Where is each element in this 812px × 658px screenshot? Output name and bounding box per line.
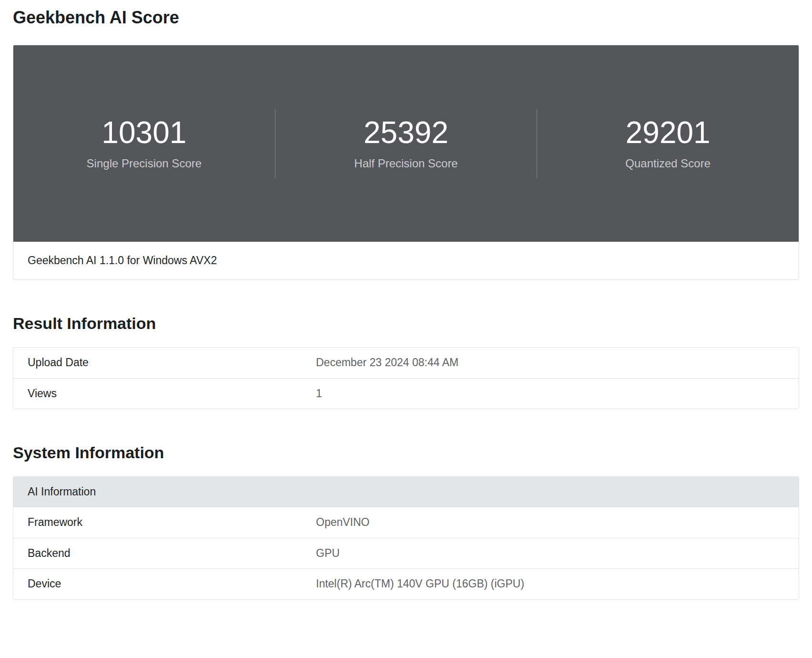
row-value-device: Intel(R) Arc(TM) 140V GPU (16GB) (iGPU) — [316, 577, 799, 591]
score-panel: 10301 Single Precision Score 25392 Half … — [13, 45, 799, 242]
table-row-upload-date: Upload Date December 23 2024 08:44 AM — [13, 348, 799, 378]
row-value-backend: GPU — [316, 547, 799, 560]
table-row-backend: Backend GPU — [13, 538, 799, 569]
table-row-framework: Framework OpenVINO — [13, 507, 799, 538]
table-row-device: Device Intel(R) Arc(TM) 140V GPU (16GB) … — [13, 568, 799, 599]
single-precision-score-label: Single Precision Score — [13, 157, 275, 170]
row-label-device: Device — [13, 577, 316, 591]
row-value-framework: OpenVINO — [316, 516, 799, 529]
half-precision-score-value: 25392 — [275, 117, 537, 149]
result-information-table: Upload Date December 23 2024 08:44 AM Vi… — [13, 347, 799, 409]
benchmark-version-label: Geekbench AI 1.1.0 for Windows AVX2 — [13, 242, 799, 279]
geekbench-result-page: Geekbench AI Score 10301 Single Precisio… — [0, 0, 812, 600]
row-value-views: 1 — [316, 387, 799, 401]
score-quantized: 29201 Quantized Score — [537, 117, 799, 170]
row-label-backend: Backend — [13, 547, 316, 560]
system-information-heading: System Information — [13, 443, 799, 462]
half-precision-score-label: Half Precision Score — [275, 157, 537, 170]
score-half-precision: 25392 Half Precision Score — [275, 117, 537, 170]
quantized-score-label: Quantized Score — [537, 157, 799, 170]
ai-score-card: 10301 Single Precision Score 25392 Half … — [13, 45, 799, 280]
result-information-heading: Result Information — [13, 314, 799, 333]
page-title: Geekbench AI Score — [13, 8, 799, 28]
score-single-precision: 10301 Single Precision Score — [13, 117, 275, 170]
row-label-framework: Framework — [13, 516, 316, 529]
row-value-upload-date: December 23 2024 08:44 AM — [316, 356, 799, 370]
row-label-views: Views — [13, 387, 316, 401]
table-row-views: Views 1 — [13, 378, 799, 409]
ai-information-section-header: AI Information — [13, 477, 799, 507]
row-label-upload-date: Upload Date — [13, 356, 316, 370]
system-information-table: AI Information Framework OpenVINO Backen… — [13, 476, 799, 600]
single-precision-score-value: 10301 — [13, 117, 275, 149]
quantized-score-value: 29201 — [537, 117, 799, 149]
